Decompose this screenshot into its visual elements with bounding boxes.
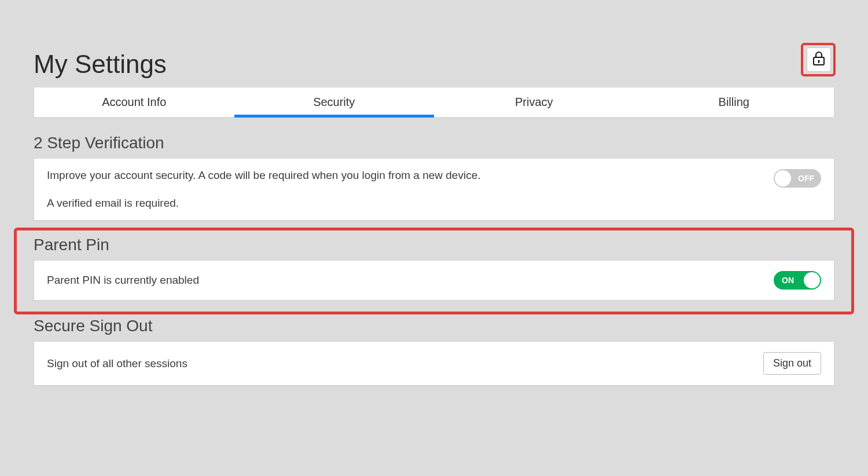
two-step-toggle-label: OFF — [798, 174, 814, 183]
two-step-toggle[interactable]: OFF — [774, 169, 821, 188]
tab-account-info[interactable]: Account Info — [34, 87, 234, 117]
parent-pin-card: Parent PIN is currently enabled ON — [34, 260, 834, 301]
toggle-knob — [804, 272, 820, 288]
parent-pin-description: Parent PIN is currently enabled — [47, 274, 199, 287]
secure-signout-card: Sign out of all other sessions Sign out — [34, 341, 834, 386]
secure-signout-text: Sign out of all other sessions — [47, 357, 187, 370]
tab-privacy[interactable]: Privacy — [434, 87, 634, 117]
lock-button[interactable] — [807, 47, 831, 72]
settings-tabs: Account Info Security Privacy Billing — [34, 87, 834, 118]
two-step-heading: 2 Step Verification — [34, 134, 834, 152]
two-step-text: Improve your account security. A code wi… — [47, 169, 480, 210]
two-step-note: A verified email is required. — [47, 197, 480, 210]
sign-out-button[interactable]: Sign out — [763, 352, 821, 375]
toggle-knob — [775, 170, 791, 186]
page-title: My Settings — [34, 50, 834, 79]
parent-pin-heading: Parent Pin — [34, 236, 834, 254]
two-step-card: Improve your account security. A code wi… — [34, 158, 834, 221]
parent-pin-toggle[interactable]: ON — [774, 271, 821, 290]
secure-signout-description: Sign out of all other sessions — [47, 357, 187, 370]
parent-pin-text: Parent PIN is currently enabled — [47, 274, 199, 287]
tab-security[interactable]: Security — [234, 87, 435, 117]
parent-pin-toggle-label: ON — [782, 276, 794, 285]
tab-billing[interactable]: Billing — [634, 87, 834, 117]
secure-signout-heading: Secure Sign Out — [34, 317, 834, 335]
two-step-description: Improve your account security. A code wi… — [47, 169, 480, 182]
lock-icon — [812, 51, 825, 68]
